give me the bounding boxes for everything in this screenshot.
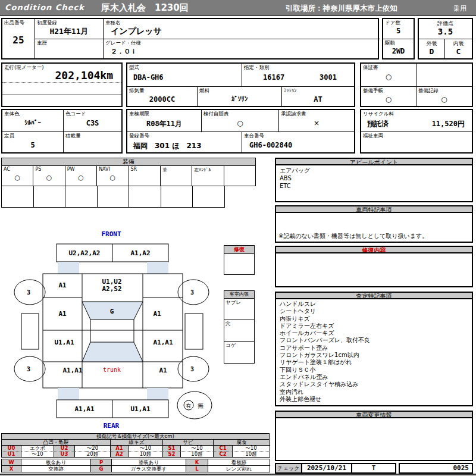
grade-label: グレード・仕様 xyxy=(105,40,141,47)
class-number-value: 16167 xyxy=(263,73,284,82)
trunk-label: trunk xyxy=(103,367,121,373)
equipment-label: AC xyxy=(4,167,10,172)
assessment-item: ハンドルスレ xyxy=(280,300,468,308)
color-code-value: C3S xyxy=(64,119,121,127)
legend-desc: レンズ割れ xyxy=(208,466,270,472)
auction-condition-sheet: Condition Check 厚木入札会 1230回 引取場所：神奈川県厚木市… xyxy=(0,0,476,476)
front-left-wheel-mark: 3 xyxy=(27,289,30,296)
recycle-label: リサイクル料 xyxy=(363,111,394,118)
equipment-mark: ○ xyxy=(2,174,33,181)
color-code-label: 色コード xyxy=(65,111,86,118)
welfare-cell: 福祉車両 xyxy=(361,132,472,152)
documents-box: 保証書 ○ 整備手帳 ○ 整備記録 ○ xyxy=(360,62,473,107)
class-type-label: 指定・類別 xyxy=(244,64,270,71)
body-color-cell: 車体色 ｼﾙﾊﾞｰ xyxy=(2,110,64,132)
legend-code: C2 xyxy=(214,452,233,458)
equipment-empty-cell xyxy=(129,186,161,208)
front-door-right-marks: A1 xyxy=(153,310,161,318)
insurance-cell: 検付自賠責 ○ xyxy=(202,110,279,132)
maintenance-record-label: 整備記録 xyxy=(418,87,439,95)
appeal-title: アピールポイント xyxy=(275,158,473,165)
legend-code-row-2: U1 〜10 U3 20超 A2 10超 S2 10超 C2 10超 xyxy=(1,452,270,458)
legend-code: U1 xyxy=(2,452,21,458)
legend-code: S2 xyxy=(163,452,181,458)
type-number-value: 3001 xyxy=(320,73,337,82)
cabin-mini-title: 客室内張 xyxy=(224,290,255,299)
chassis-cell: 車台番号 GH6-002840 xyxy=(242,132,354,152)
mileage-label: 走行(現メーター) xyxy=(4,64,44,71)
warranty-cell: 保証書 ○ xyxy=(361,64,416,87)
equipment-label: PS xyxy=(35,167,41,172)
sheet-number: 0025 xyxy=(399,463,473,474)
mileage-value: 202,104km xyxy=(55,69,113,82)
front-fender-left-marks: A1 xyxy=(58,281,67,289)
first-registration-value: H21年11月 xyxy=(35,26,103,37)
spare-tire-oval xyxy=(177,392,212,419)
special-notes-note: ※記載のない書類・機器等は無しとして取り扱います。 xyxy=(278,232,428,240)
plate-label: 登録番号 xyxy=(129,133,149,140)
score-cell: 評価点 3.5 xyxy=(419,19,472,39)
first-registration-cell: 初度登録 H21年11月 xyxy=(35,19,104,39)
color-capacity-box: 車体色 ｼﾙﾊﾞｰ 色コード C3S 定員 5 積載量 xyxy=(1,109,123,154)
exterior-grade-value: D xyxy=(419,47,444,56)
equipment-empty-cell xyxy=(193,186,225,208)
documents-empty-cell xyxy=(416,64,472,87)
rear-left-wheel-mark: 3 xyxy=(27,366,30,372)
equipment-cell-ac: AC○ xyxy=(2,166,33,186)
equipment-mark: ○ xyxy=(65,174,96,181)
legend-code: A2 xyxy=(111,452,129,458)
repair-marks-legend: W 板金あり P 塗装あり K 看板跡 X 交換跡 G ガラス交換要す L レン… xyxy=(1,459,270,472)
check-label: チェック xyxy=(276,464,302,472)
exterior-grade-cell: 外装 D xyxy=(419,39,445,58)
cabin-row-tear: ヤブレ xyxy=(224,299,255,320)
inspection-value: R08年11月 xyxy=(127,119,201,129)
chassis-value: GH6-002840 xyxy=(249,141,292,149)
repair-marks-row-2: X 交換跡 G ガラス交換要す L レンズ割れ xyxy=(1,466,270,472)
change-info-title: 車両変更情報 xyxy=(275,411,473,418)
legend-code: U0 xyxy=(2,446,21,452)
model-code-cell: 型式 DBA-GH6 xyxy=(127,64,242,87)
damage-legend-table: 損傷記号＆損傷サイズ(〜最大cm) 凸凹・亀裂 線キズ サビ 腐食 U0 エクボ… xyxy=(1,433,270,458)
assessment-item: コアサポート歪み xyxy=(280,345,468,352)
assessment-title: 査定特記事項 xyxy=(275,292,473,299)
legend-code: X xyxy=(2,466,21,472)
repair-mini-body xyxy=(224,254,255,275)
legend-group: 線キズ xyxy=(111,440,163,446)
equipment-label: SR xyxy=(131,167,137,172)
interior-grade-value: C xyxy=(445,47,472,56)
inspection-cell: 車検期限 R08年11月 xyxy=(127,110,202,132)
equipment-cell-extra xyxy=(224,166,256,186)
diagram-front-label: FRONT xyxy=(101,230,121,238)
repair-details-title: 修復内容 xyxy=(275,246,473,253)
appeal-item: ETC xyxy=(280,182,468,190)
approval-cell: 承認請求書 × xyxy=(279,110,354,132)
drive-cell: 駆動 2WD xyxy=(383,39,414,58)
transmission-cell: ﾐｯｼｮﾝ AT xyxy=(282,87,354,106)
equipment-label: 左ﾊﾝﾄﾞﾙ xyxy=(194,167,211,173)
legend-size: エクボ xyxy=(21,446,54,452)
vehicle-use: 乗用 xyxy=(453,4,466,13)
recycle-status: 預託済 xyxy=(367,119,389,129)
maintenance-book-cell: 整備手帳 ○ xyxy=(361,87,416,106)
right-side-sill xyxy=(185,314,203,349)
legend-size: 10超 xyxy=(129,452,163,458)
score-box: 評価点 3.5 外装 D 内装 C xyxy=(418,18,473,60)
legend-code: G xyxy=(91,466,112,472)
legend-code: U2 xyxy=(54,446,75,452)
score-value: 3.5 xyxy=(419,27,472,36)
drive-label: 駆動 xyxy=(385,40,395,47)
insurance-label: 検付自賠責 xyxy=(203,111,229,118)
quarter-left-marks: A1,A1 xyxy=(62,367,82,374)
assessment-item: フロントガラスワレ1cm以内 xyxy=(280,352,468,359)
warranty-mark: ○ xyxy=(361,73,416,81)
capacity-label: 定員 xyxy=(4,133,14,140)
legend-size: 10超 xyxy=(233,452,270,458)
plate-cell: 登録番号 福岡 301 ほ 213 xyxy=(127,132,242,152)
mileage-box: 走行(現メーター) 202,104km xyxy=(1,62,123,107)
history-label: 車歴 xyxy=(37,40,47,47)
sheet-bottom-rule xyxy=(0,474,476,475)
legend-group: 凸凹・亀裂 xyxy=(2,440,111,446)
legend-code: U3 xyxy=(54,452,75,458)
plate-value: 福岡 301 ほ 213 xyxy=(133,141,202,151)
rear-door-left-marks: U1,A1 xyxy=(54,339,74,346)
